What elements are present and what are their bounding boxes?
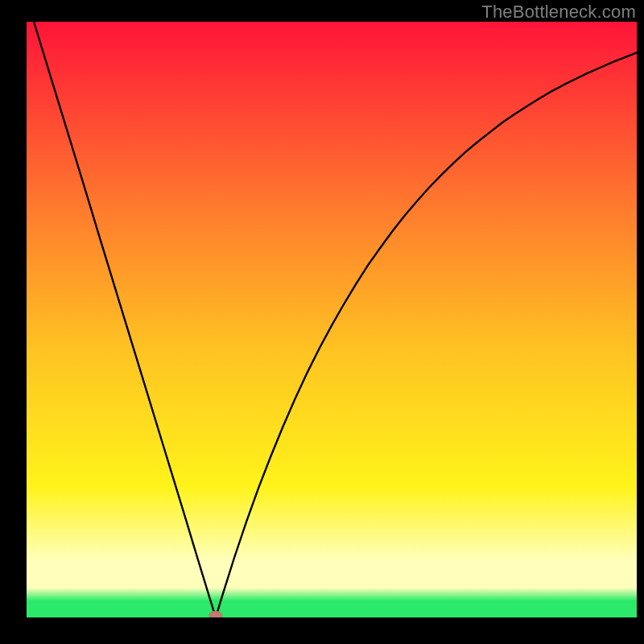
bottleneck-chart (27, 22, 637, 617)
gradient-background (27, 22, 637, 617)
watermark-text: TheBottleneck.com (481, 2, 636, 23)
chart-frame: TheBottleneck.com (0, 0, 644, 644)
plot-area (27, 22, 637, 617)
